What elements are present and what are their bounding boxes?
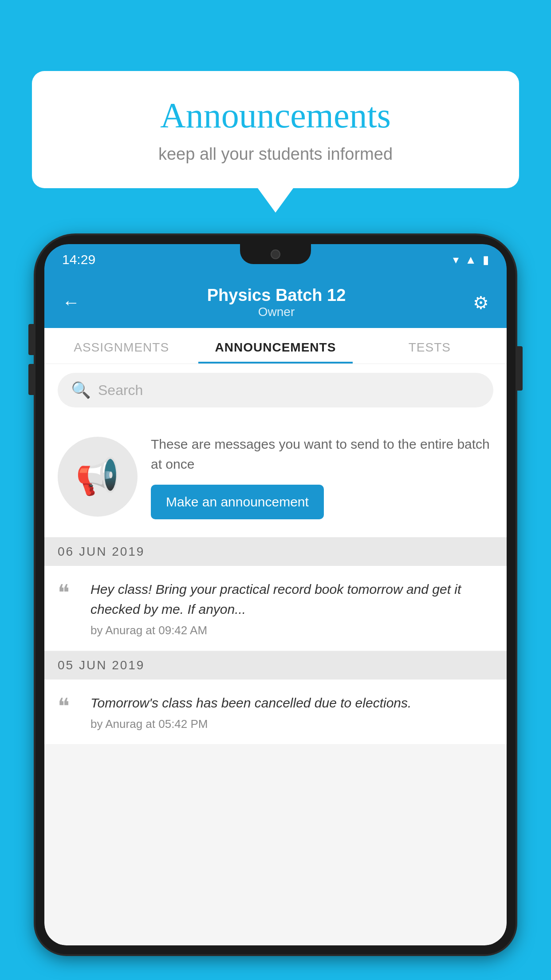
search-icon: 🔍 [71, 381, 91, 399]
announcement-meta-1: by Anurag at 09:42 AM [91, 624, 493, 637]
phone-mockup: 14:29 ▾ ▲ ▮ ← Physics Batch 12 Owner ⚙ [35, 235, 516, 980]
batch-role: Owner [207, 305, 346, 319]
settings-button[interactable]: ⚙ [473, 292, 489, 313]
announcement-meta-2: by Anurag at 05:42 PM [91, 717, 493, 731]
announcement-item-1[interactable]: ❝ Hey class! Bring your practical record… [44, 566, 507, 651]
announcement-content-2: Tomorrow's class has been cancelled due … [91, 693, 493, 731]
quote-icon-1: ❝ [58, 581, 80, 604]
promo-content: These are messages you want to send to t… [151, 434, 493, 519]
speech-bubble-section: Announcements keep all your students inf… [32, 71, 519, 213]
camera [271, 249, 280, 259]
search-bar[interactable]: 🔍 Search [58, 373, 493, 407]
announcement-text-1: Hey class! Bring your practical record b… [91, 579, 493, 619]
phone-frame: 14:29 ▾ ▲ ▮ ← Physics Batch 12 Owner ⚙ [35, 235, 516, 954]
announcement-text-2: Tomorrow's class has been cancelled due … [91, 693, 493, 713]
status-time: 14:29 [62, 252, 95, 267]
tab-tests[interactable]: TESTS [353, 328, 507, 364]
tab-assignments[interactable]: ASSIGNMENTS [44, 328, 198, 364]
screen-content: 🔍 Search 📢 These are messages you want t… [44, 364, 507, 945]
phone-notch [240, 244, 311, 264]
bubble-title: Announcements [59, 95, 492, 136]
announcement-content-1: Hey class! Bring your practical record b… [91, 579, 493, 637]
search-placeholder: Search [98, 382, 143, 399]
tab-announcements[interactable]: ANNOUNCEMENTS [198, 328, 352, 364]
volume-up-button [28, 324, 35, 355]
app-header: ← Physics Batch 12 Owner ⚙ [44, 275, 507, 328]
header-title-block: Physics Batch 12 Owner [207, 286, 346, 319]
megaphone-circle: 📢 [58, 437, 138, 517]
tabs-bar: ASSIGNMENTS ANNOUNCEMENTS TESTS [44, 328, 507, 364]
status-icons: ▾ ▲ ▮ [453, 253, 489, 267]
promo-description: These are messages you want to send to t… [151, 434, 493, 474]
date-divider-2: 05 JUN 2019 [44, 651, 507, 680]
megaphone-icon: 📢 [75, 456, 120, 498]
volume-down-button [28, 364, 35, 395]
signal-icon: ▲ [465, 253, 476, 267]
wifi-icon: ▾ [453, 253, 459, 267]
bubble-tail [258, 188, 293, 213]
status-bar: 14:29 ▾ ▲ ▮ [44, 244, 507, 275]
battery-icon: ▮ [483, 253, 489, 267]
back-button[interactable]: ← [62, 292, 80, 312]
bubble-subtitle: keep all your students informed [59, 145, 492, 164]
announcement-item-2[interactable]: ❝ Tomorrow's class has been cancelled du… [44, 680, 507, 745]
make-announcement-button[interactable]: Make an announcement [151, 485, 324, 519]
power-button [516, 346, 523, 391]
date-divider-1: 06 JUN 2019 [44, 537, 507, 566]
quote-icon-2: ❝ [58, 695, 80, 717]
batch-title: Physics Batch 12 [207, 286, 346, 305]
search-bar-wrapper: 🔍 Search [44, 364, 507, 416]
speech-bubble: Announcements keep all your students inf… [32, 71, 519, 188]
phone-screen: 14:29 ▾ ▲ ▮ ← Physics Batch 12 Owner ⚙ [44, 244, 507, 945]
promo-card: 📢 These are messages you want to send to… [44, 416, 507, 537]
